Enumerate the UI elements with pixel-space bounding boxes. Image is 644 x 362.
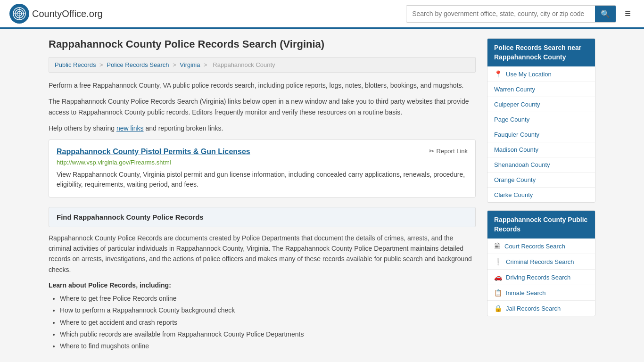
sidebar-nearby-section: Police Records Search near Rappahannock …	[487, 38, 595, 203]
find-section-body: Rappahannock County Police Records are d…	[49, 233, 476, 275]
breadcrumb-virginia[interactable]: Virginia	[180, 61, 200, 68]
sidebar-nearby-list: 📍 Use My Location Warren County Culpeper…	[487, 66, 595, 202]
orange-county-link[interactable]: Orange County	[494, 176, 536, 183]
sidebar-item-shenandoah[interactable]: Shenandoah County	[487, 157, 595, 173]
report-link-button[interactable]: ✂ Report Link	[429, 148, 468, 155]
culpeper-county-link[interactable]: Culpeper County	[494, 101, 540, 108]
page-county-link[interactable]: Page County	[494, 116, 529, 123]
sidebar-item-culpeper[interactable]: Culpeper County	[487, 97, 595, 112]
driving-icon: 🚗	[494, 273, 502, 281]
logo-text: CountyOffice.org	[32, 8, 103, 19]
page-title: Rappahannock County Police Records Searc…	[49, 38, 476, 50]
logo-area: CountyOffice.org	[9, 4, 103, 24]
search-button[interactable]: 🔍	[595, 6, 616, 22]
breadcrumb-public-records[interactable]: Public Records	[55, 61, 96, 68]
sidebar: Police Records Search near Rappahannock …	[487, 38, 595, 352]
sidebar-item-clarke[interactable]: Clarke County	[487, 188, 595, 202]
sidebar-item-driving-records[interactable]: 🚗 Driving Records Search	[487, 270, 595, 285]
logo-icon	[9, 4, 29, 24]
new-links[interactable]: new links	[116, 124, 144, 132]
learn-list: Where to get free Police Records online …	[49, 293, 476, 352]
link-card-title[interactable]: Rappahannock County Pistol Permits & Gun…	[57, 148, 250, 156]
court-icon: 🏛	[494, 242, 501, 250]
find-section-title: Find Rappahannock County Police Records	[57, 213, 468, 221]
sidebar-item-criminal-records[interactable]: ❕ Criminal Records Search	[487, 254, 595, 270]
sidebar-item-madison[interactable]: Madison County	[487, 142, 595, 157]
link-url[interactable]: http://www.vsp.virginia.gov/Firearms.sht…	[57, 159, 468, 166]
breadcrumb-sep1: >	[99, 61, 103, 68]
court-records-link[interactable]: Court Records Search	[504, 243, 565, 250]
madison-county-link[interactable]: Madison County	[494, 146, 538, 153]
use-my-location-link[interactable]: Use My Location	[506, 71, 552, 78]
breadcrumb-sep2: >	[173, 61, 176, 68]
link-description: View Rappahannock County, Virginia pisto…	[57, 170, 468, 189]
sidebar-item-court-records[interactable]: 🏛 Court Records Search	[487, 239, 595, 254]
shenandoah-county-link[interactable]: Shenandoah County	[494, 161, 550, 168]
jail-icon: 🔒	[494, 304, 502, 312]
driving-records-link[interactable]: Driving Records Search	[506, 274, 570, 281]
sidebar-item-warren[interactable]: Warren County	[487, 82, 595, 97]
sidebar-item-inmate-search[interactable]: 📋 Inmate Search	[487, 285, 595, 301]
logo-brand: CountyOffice	[32, 8, 86, 19]
sidebar-item-use-location[interactable]: 📍 Use My Location	[487, 66, 595, 82]
sidebar-item-page[interactable]: Page County	[487, 112, 595, 127]
sidebar-nearby-title: Police Records Search near Rappahannock …	[487, 39, 595, 66]
header-right: 🔍 ≡	[406, 5, 635, 23]
link-card-header: Rappahannock County Pistol Permits & Gun…	[57, 148, 468, 156]
main-content: Rappahannock County Police Records Searc…	[49, 38, 476, 352]
list-item: Where to find mugshots online	[60, 340, 476, 352]
report-label: Report Link	[437, 148, 468, 155]
link-card: Rappahannock County Pistol Permits & Gun…	[49, 140, 476, 197]
breadcrumb: Public Records > Police Records Search >…	[49, 57, 476, 73]
list-item: Where to get free Police Records online	[60, 293, 476, 304]
warren-county-link[interactable]: Warren County	[494, 86, 535, 93]
breadcrumb-current: Rappahannock County	[213, 61, 275, 68]
sidebar-public-records-list: 🏛 Court Records Search ❕ Criminal Record…	[487, 239, 595, 316]
jail-records-link[interactable]: Jail Records Search	[506, 305, 561, 312]
description-2: The Rappahannock County Police Records S…	[49, 96, 476, 117]
learn-title: Learn about Police Records, including:	[49, 281, 476, 289]
main-container: Rappahannock County Police Records Searc…	[39, 29, 605, 362]
sidebar-item-orange[interactable]: Orange County	[487, 173, 595, 188]
clarke-county-link[interactable]: Clarke County	[494, 191, 533, 198]
menu-button[interactable]: ≡	[621, 6, 635, 22]
fauquier-county-link[interactable]: Fauquier County	[494, 131, 539, 138]
header: CountyOffice.org 🔍 ≡	[0, 0, 644, 29]
list-item: How to perform a Rappahannock County bac…	[60, 304, 476, 316]
find-section-header: Find Rappahannock County Police Records	[49, 207, 476, 227]
list-item: Which public records are available from …	[60, 329, 476, 340]
desc3-prefix: Help others by sharing	[49, 124, 116, 132]
breadcrumb-police-records-search[interactable]: Police Records Search	[107, 61, 169, 68]
report-icon: ✂	[429, 148, 434, 155]
breadcrumb-sep3: >	[204, 61, 207, 68]
sidebar-public-records-section: Rappahannock County Public Records 🏛 Cou…	[487, 210, 595, 316]
list-item: Where to get accident and crash reports	[60, 317, 476, 329]
search-input[interactable]	[406, 6, 595, 21]
location-icon: 📍	[494, 70, 502, 78]
criminal-icon: ❕	[494, 258, 502, 265]
logo-suffix: .org	[86, 8, 102, 19]
sidebar-item-fauquier[interactable]: Fauquier County	[487, 127, 595, 142]
description-3: Help others by sharing new links and rep…	[49, 123, 476, 133]
inmate-icon: 📋	[494, 289, 502, 296]
sidebar-public-records-title: Rappahannock County Public Records	[487, 211, 595, 239]
desc3-suffix: and reporting broken links.	[144, 124, 223, 132]
description-1: Perform a free Rappahannock County, VA p…	[49, 80, 476, 90]
sidebar-item-jail-records[interactable]: 🔒 Jail Records Search	[487, 301, 595, 316]
search-bar: 🔍	[406, 5, 616, 23]
criminal-records-link[interactable]: Criminal Records Search	[506, 258, 574, 265]
inmate-search-link[interactable]: Inmate Search	[506, 289, 546, 296]
